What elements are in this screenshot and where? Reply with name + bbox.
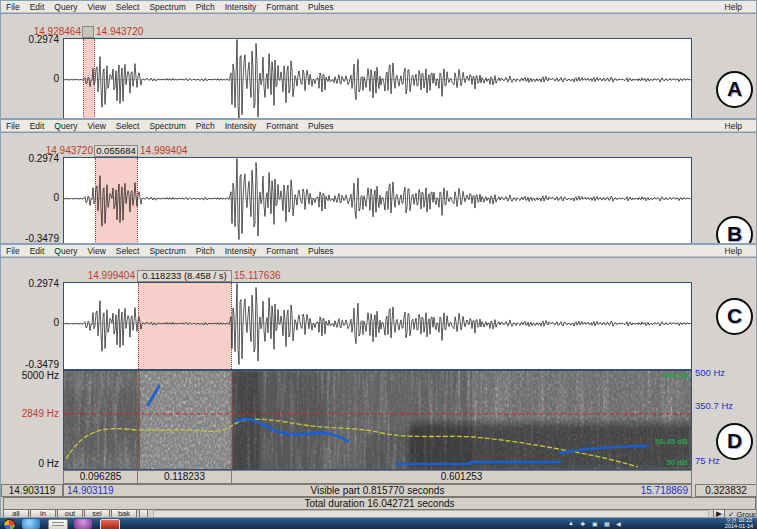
pitch-max-label: 500 Hz: [695, 367, 725, 378]
time-after-visible: 0.323832: [695, 484, 757, 497]
selection-end-time: 14.999404: [140, 145, 187, 157]
pitch-cursor-label: 350.7 Hz: [695, 400, 733, 411]
selection-width-box: [82, 26, 94, 38]
segment-duration-box[interactable]: 0.601253: [231, 470, 692, 484]
y-axis-max-label: 0.2974: [1, 34, 59, 45]
y-axis-min-label: -0.3479: [1, 359, 59, 370]
menu-pitch[interactable]: Pitch: [196, 246, 215, 256]
selection-duration: 0.055684: [94, 145, 138, 157]
start-button[interactable]: [3, 519, 16, 529]
segment-duration-box[interactable]: 0.118233: [137, 470, 232, 484]
menu-pulses[interactable]: Pulses: [308, 121, 334, 131]
menu-help[interactable]: Help: [725, 246, 742, 256]
active-red-app-icon[interactable]: [100, 519, 120, 529]
menu-spectrum[interactable]: Spectrum: [149, 121, 185, 131]
pitch-min-label: 75 Hz: [695, 455, 720, 466]
segment-duration-box[interactable]: 0.096285: [63, 470, 138, 484]
menu-pitch[interactable]: Pitch: [196, 121, 215, 131]
menu-formant[interactable]: Formant: [266, 246, 298, 256]
visible-part-bar[interactable]: 14.903119 Visible part 0.815770 seconds …: [63, 484, 692, 497]
pitch-contour: [148, 386, 648, 464]
menu-select[interactable]: Select: [116, 2, 140, 12]
menu-pitch[interactable]: Pitch: [196, 2, 215, 12]
y-axis-max-label: 0.2974: [1, 278, 59, 289]
spectrogram-freq-max-label: 5000 Hz: [1, 370, 59, 381]
clock-date: 2014-01-14: [725, 524, 753, 529]
zoom-out-button[interactable]: out: [57, 509, 83, 518]
menu-edit[interactable]: Edit: [30, 2, 45, 12]
menu-formant[interactable]: Formant: [266, 2, 298, 12]
internet-explorer-icon[interactable]: e: [22, 519, 40, 529]
menu-help[interactable]: Help: [725, 121, 742, 131]
y-axis-min-label: -0.3479: [1, 233, 59, 244]
horizontal-scrollbar[interactable]: [153, 510, 709, 518]
spectrogram-panel[interactable]: 100 dB 56.45 dB 50 dB: [63, 370, 692, 470]
menu-select[interactable]: Select: [116, 121, 140, 131]
zoom-bak-button[interactable]: bak: [111, 509, 137, 518]
menu-edit[interactable]: Edit: [30, 121, 45, 131]
editor-bottom-controls: ▶ ✓ Group allinoutselbak: [1, 509, 757, 518]
time-before-visible: 14.903119: [1, 484, 63, 497]
waveform: [64, 283, 692, 370]
menu-file[interactable]: File: [6, 246, 20, 256]
selection-times-a: 14.928464 14.943720: [1, 26, 756, 38]
notepad-icon[interactable]: [48, 519, 68, 529]
tray-display-icon[interactable]: ▣: [592, 520, 598, 527]
windows-taskbar[interactable]: e ▲ ✚ ▣ ▦ ◀ 오전 10:22 2014-01-14: [0, 518, 757, 529]
menu-view[interactable]: View: [88, 121, 106, 131]
menu-spectrum[interactable]: Spectrum: [149, 246, 185, 256]
selection-times-b: 14.943720 0.055684 14.999404: [1, 145, 756, 157]
spectrogram-freq-cursor-label: 2849 Hz: [1, 408, 59, 419]
tray-antivirus-icon[interactable]: ✚: [580, 520, 585, 527]
intensity-max-label: 100 dB: [663, 371, 689, 380]
figure-label-c: C: [716, 298, 753, 335]
selection-end-time: 15.117636: [234, 270, 281, 282]
intensity-cursor-label: 56.45 dB: [655, 437, 688, 446]
scroll-right-arrow[interactable]: ▶: [713, 509, 725, 518]
umbrella-app-icon[interactable]: [74, 519, 92, 529]
figure-label-b: B: [716, 216, 753, 244]
menu-edit[interactable]: Edit: [30, 246, 45, 256]
menu-pulses[interactable]: Pulses: [308, 246, 334, 256]
tray-network-icon[interactable]: ▦: [604, 520, 610, 527]
menubar-b: FileEditQueryViewSelectSpectrumPitchInte…: [1, 120, 756, 132]
menu-query[interactable]: Query: [54, 246, 77, 256]
menu-view[interactable]: View: [88, 2, 106, 12]
tray-volume-icon[interactable]: ◀: [616, 520, 621, 527]
menu-intensity[interactable]: Intensity: [225, 121, 257, 131]
tray-chevron-icon[interactable]: ▲: [568, 520, 574, 526]
visible-end-time: 15.718869: [641, 485, 688, 496]
waveform-plot-b[interactable]: [63, 157, 692, 244]
menu-help[interactable]: Help: [725, 2, 742, 12]
menu-query[interactable]: Query: [54, 2, 77, 12]
y-axis-zero-label: 0: [1, 73, 59, 84]
menu-query[interactable]: Query: [54, 121, 77, 131]
menu-view[interactable]: View: [88, 246, 106, 256]
waveform-plot-c[interactable]: [63, 282, 692, 370]
zoom-sel-button[interactable]: sel: [84, 509, 110, 518]
menu-file[interactable]: File: [6, 121, 20, 131]
menu-select[interactable]: Select: [116, 246, 140, 256]
sound-editor-window-c: 3. Sound XXOp – ▢ × FileEditQueryViewSel…: [0, 244, 757, 518]
spectrogram-freq-min-label: 0 Hz: [1, 458, 59, 469]
spectrogram-overlays: [64, 371, 692, 470]
menu-spectrum[interactable]: Spectrum: [149, 2, 185, 12]
sound-editor-window-b: 3. Sound XXOp – ▢ × FileEditQueryViewSel…: [0, 119, 757, 244]
selection-duration: 0.118233 (8.458 / s): [137, 270, 232, 282]
waveform: [64, 158, 692, 244]
visible-part-label: Visible part 0.815770 seconds: [64, 485, 691, 496]
zoom-handle-box[interactable]: [139, 509, 148, 518]
menu-intensity[interactable]: Intensity: [225, 246, 257, 256]
waveform-plot-a[interactable]: [63, 38, 692, 119]
menu-file[interactable]: File: [6, 2, 20, 12]
y-axis-max-label: 0.2974: [1, 153, 59, 164]
menu-pulses[interactable]: Pulses: [308, 2, 334, 12]
figure-label-a: A: [716, 71, 753, 108]
zoom-all-button[interactable]: all: [3, 509, 29, 518]
menu-formant[interactable]: Formant: [266, 121, 298, 131]
menu-intensity[interactable]: Intensity: [225, 2, 257, 12]
y-axis-zero-label: 0: [1, 317, 59, 328]
y-axis-zero-label: 0: [1, 192, 59, 203]
taskbar-clock[interactable]: 오전 10:22 2014-01-14: [725, 518, 753, 529]
zoom-in-button[interactable]: in: [30, 509, 56, 518]
